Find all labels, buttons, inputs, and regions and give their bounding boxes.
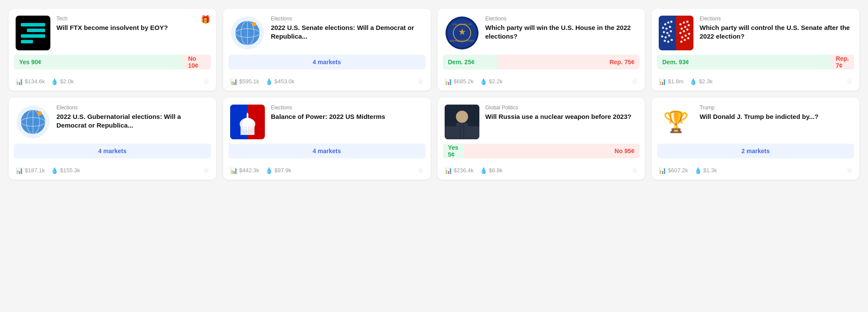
yes-bar[interactable]: Yes 5¢ [443,144,464,158]
card-footer: 📊 $134.6k 💧 $2.0k ☆ [9,74,216,91]
bar-chart-icon: 📊 [659,78,666,85]
svg-point-27 [664,40,666,42]
star-button[interactable]: ☆ [203,77,209,85]
star-button[interactable]: ☆ [632,166,638,174]
card-trump-indicted[interactable]: 🏆 Trump Will Donald J. Trump be indicted… [652,98,859,180]
bar-chart-icon: 📊 [230,78,238,85]
volume-value: $607.2k [668,167,688,174]
svg-point-30 [680,23,682,26]
liquidity-value: $2.3k [699,78,713,85]
card-footer: 📊 $442.3k 💧 $97.9k ☆ [223,163,431,180]
star-button[interactable]: ☆ [418,166,424,174]
liquidity-value: $2.2k [489,78,503,85]
card-footer: 📊 $595.1k 💧 $453.0k ☆ [223,74,431,91]
card-header: Elections Which party will control the U… [652,9,859,55]
svg-point-43 [684,39,686,41]
card-balance-power[interactable]: Elections Balance of Power: 2022 US Midt… [223,98,431,180]
card-image [16,105,50,139]
liquidity-value: $6.8k [489,167,503,174]
dem-bar[interactable]: Dem. 93¢ [657,55,830,69]
card-header: Elections 2022 U.S. Gubernatorial electi… [9,98,216,144]
svg-point-21 [663,31,665,33]
rep-bar[interactable]: Rep. 7¢ [831,55,854,69]
dem-bar[interactable]: Dem. 25¢ [443,55,497,69]
svg-rect-63 [251,126,251,134]
card-title: Will Russia use a nuclear weapon before … [485,112,638,121]
card-gubernatorial[interactable]: Elections 2022 U.S. Gubernatorial electi… [9,98,216,180]
market-bar[interactable]: Yes 90¢ No 10¢ [14,55,211,69]
volume-value: $442.3k [239,167,259,174]
svg-rect-57 [247,114,248,121]
star-button[interactable]: ☆ [632,77,638,85]
card-header: 🏆 Trump Will Donald J. Trump be indicted… [652,98,859,144]
markets-link[interactable]: 4 markets [228,144,426,158]
volume-stat: 📊 $1.8m [659,78,683,85]
svg-text:★: ★ [459,28,466,36]
volume-stat: 📊 $607.2k [659,167,688,174]
card-info: Elections 2022 U.S. Gubernatorial electi… [56,105,209,130]
volume-stat: 📊 $442.3k [230,167,259,174]
volume-stat: 📊 $595.1k [230,78,259,85]
volume-stat: 📊 $236.4k [445,167,474,174]
card-title: Which party will control the U.S. Senate… [700,23,852,41]
market-bar[interactable]: Yes 5¢ No 95¢ [443,144,640,158]
svg-point-18 [662,27,664,29]
markets-link[interactable]: 4 markets [14,144,211,158]
card-ftx[interactable]: Tech Will FTX become insolvent by EOY? 🎁… [9,9,216,91]
svg-rect-69 [456,123,468,139]
droplet-icon: 💧 [51,78,58,85]
card-senate-elections[interactable]: Elections 2022 U.S. Senate elections: Wi… [223,9,431,91]
star-button[interactable]: ☆ [418,77,424,85]
markets-link[interactable]: 4 markets [228,55,426,69]
star-button[interactable]: ☆ [846,166,852,174]
svg-rect-70 [460,123,461,139]
no-bar[interactable]: No 10¢ [183,55,211,69]
svg-text:U.S. HOUSE OF: U.S. HOUSE OF [452,23,472,26]
card-info: Tech Will FTX become insolvent by EOY? [56,16,209,32]
svg-point-26 [668,35,670,37]
droplet-icon: 💧 [265,78,273,85]
liquidity-stat: 💧 $453.0k [265,78,294,85]
liquidity-value: $453.0k [274,78,294,85]
volume-value: $134.6k [25,78,45,85]
card-title: Will FTX become insolvent by EOY? [56,23,209,32]
svg-point-50 [37,111,42,115]
card-footer: 📊 $607.2k 💧 $1.3k ☆ [652,163,859,180]
svg-point-28 [667,41,670,43]
droplet-icon: 💧 [265,167,273,174]
card-title: Balance of Power: 2022 US Midterms [271,112,424,121]
svg-point-33 [681,28,683,30]
yes-bar[interactable]: Yes 90¢ [14,55,183,69]
star-button[interactable]: ☆ [846,77,852,85]
card-title: 2022 U.S. Gubernatorial elections: Will … [56,112,209,130]
volume-stat: 📊 $685.2k [445,78,474,85]
svg-point-29 [671,39,673,41]
svg-point-39 [681,36,683,39]
no-bar[interactable]: No 95¢ [464,144,640,158]
card-house-2022[interactable]: ★ U.S. HOUSE OF REPRESENTATIVES Election… [438,9,645,91]
bar-chart-icon: 📊 [230,167,238,174]
market-grid: Tech Will FTX become insolvent by EOY? 🎁… [9,9,859,180]
card-info: Trump Will Donald J. Trump be indicted b… [700,105,852,121]
card-russia-nuclear[interactable]: Global Politics Will Russia use a nuclea… [438,98,645,180]
svg-point-34 [684,26,686,28]
star-button[interactable]: ☆ [203,166,209,174]
card-image [16,16,50,50]
svg-point-22 [667,32,669,34]
card-category: Elections [271,16,424,22]
card-info: Elections Balance of Power: 2022 US Midt… [271,105,424,121]
gift-icon[interactable]: 🎁 [201,15,210,24]
card-info: Elections Which party will win the U.S. … [485,16,638,41]
card-senate-control[interactable]: Elections Which party will control the U… [652,9,859,91]
svg-point-38 [686,29,689,31]
markets-link[interactable]: 2 markets [657,144,854,158]
rep-bar[interactable]: Rep. 75¢ [497,55,640,69]
card-category: Elections [485,16,638,22]
svg-point-16 [667,22,670,24]
svg-point-17 [670,21,673,23]
market-bar[interactable]: Dem. 93¢ Rep. 7¢ [657,55,854,69]
market-bar[interactable]: Dem. 25¢ Rep. 75¢ [443,55,640,69]
card-image [659,16,693,50]
card-title: Will Donald J. Trump be indicted by...? [700,112,852,121]
svg-point-68 [456,111,468,123]
